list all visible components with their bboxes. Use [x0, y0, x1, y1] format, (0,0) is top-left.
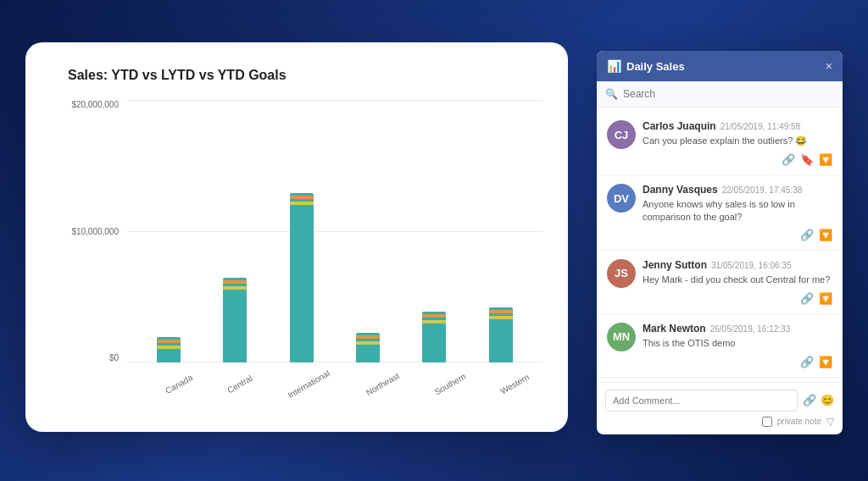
- link-icon[interactable]: 🔗: [800, 356, 814, 368]
- message-content: Carlos Juaquin 21/05/2019, 11:49:58 Can …: [643, 120, 832, 147]
- comment-input[interactable]: [605, 390, 798, 412]
- bar-southern-teal: [422, 312, 446, 362]
- chat-header-left: 📊 Daily Sales: [607, 59, 685, 73]
- comment-icons: 🔗 😊: [803, 394, 834, 406]
- y-axis-labels: $20,000,000 $10,000,000 $0: [68, 100, 127, 396]
- message-top: JS Jenny Sutton 31/05/2019, 16:06:35 Hey…: [607, 259, 832, 288]
- message-author: Carlos Juaquin: [643, 120, 716, 132]
- bar-stack-central: [223, 252, 247, 362]
- message-header: Carlos Juaquin 21/05/2019, 11:49:58: [643, 120, 832, 132]
- chat-footer: 🔗 😊 private note ▽: [597, 382, 843, 434]
- bar-stack-southern: [422, 295, 446, 362]
- x-axis-labels: Canada Central International Northeast S…: [127, 362, 542, 396]
- bars-container: [127, 100, 542, 362]
- message-actions: 🔗 🔽: [607, 292, 832, 305]
- message-header: Mark Newton 26/05/2019, 16:12:33: [643, 323, 832, 334]
- marker-southern-orange: [422, 314, 446, 318]
- marker-western-yellow: [489, 316, 513, 319]
- bar-western-teal: [489, 307, 513, 362]
- chat-header: 📊 Daily Sales ×: [597, 51, 843, 81]
- send-icon[interactable]: 🔗: [803, 394, 816, 406]
- marker-southern-yellow: [422, 320, 446, 323]
- chat-messages: CJ Carlos Juaquin 21/05/2019, 11:49:58 C…: [597, 108, 843, 382]
- funnel-icon[interactable]: 🔽: [819, 229, 832, 241]
- message-actions: 🔗 🔖 🔽: [607, 153, 832, 166]
- y-label-top: $20,000,000: [71, 100, 119, 109]
- message-author: Danny Vasques: [643, 184, 718, 196]
- search-input[interactable]: [623, 88, 834, 100]
- marker-northeast-orange: [356, 335, 380, 339]
- message-text: Can you please explain the outliers? 😂: [643, 135, 832, 147]
- footer-bottom: private note ▽: [605, 416, 834, 428]
- chat-title: Daily Sales: [626, 60, 685, 73]
- funnel-icon[interactable]: 🔽: [819, 292, 832, 305]
- private-note-checkbox[interactable]: [762, 417, 772, 427]
- message-actions: 🔗 🔽: [607, 229, 832, 241]
- marker-northeast-yellow: [356, 341, 380, 345]
- message-time: 22/05/2019, 17:45:38: [722, 185, 803, 195]
- message-author: Mark Newton: [643, 323, 706, 334]
- avatar: JS: [607, 259, 636, 288]
- link-icon[interactable]: 🔗: [800, 292, 814, 305]
- marker-central-yellow: [223, 286, 247, 290]
- marker-international-orange: [290, 196, 314, 199]
- message-actions: 🔗 🔽: [607, 356, 832, 368]
- bar-stack-northeast: [356, 320, 380, 362]
- scene: Sales: YTD vs LYTD vs YTD Goals $20,000,…: [0, 0, 868, 481]
- bookmark-icon[interactable]: 🔖: [800, 153, 814, 166]
- bar-stack-western: [489, 290, 513, 362]
- marker-central-orange: [223, 280, 247, 284]
- message-time: 31/05/2019, 16:06:35: [711, 261, 792, 270]
- bar-group-western: [489, 290, 513, 362]
- x-label-central: Central: [215, 356, 256, 399]
- marker-canada-orange: [157, 340, 181, 343]
- chart-title: Sales: YTD vs LYTD vs YTD Goals: [68, 68, 542, 83]
- message-top: DV Danny Vasques 22/05/2019, 17:45:38 An…: [607, 184, 832, 224]
- avatar: DV: [607, 184, 636, 213]
- chart-area: $20,000,000 $10,000,000 $0: [68, 100, 542, 396]
- close-button[interactable]: ×: [826, 59, 832, 73]
- message-content: Danny Vasques 22/05/2019, 17:45:38 Anyon…: [643, 184, 832, 224]
- message-author: Jenny Sutton: [643, 259, 707, 271]
- message-item: MN Mark Newton 26/05/2019, 16:12:33 This…: [597, 314, 843, 378]
- message-content: Mark Newton 26/05/2019, 16:12:33 This is…: [643, 323, 832, 350]
- chart-inner: Canada Central International Northeast S…: [127, 100, 542, 396]
- bar-chart-icon: 📊: [607, 59, 621, 73]
- funnel-icon[interactable]: 🔽: [819, 356, 832, 368]
- avatar: MN: [607, 323, 636, 351]
- message-header: Jenny Sutton 31/05/2019, 16:06:35: [643, 259, 832, 271]
- bar-group-international: [290, 176, 314, 362]
- y-label-mid: $10,000,000: [71, 227, 119, 236]
- bar-group-southern: [422, 295, 446, 362]
- message-text: Anyone knows why sales is so low in comp…: [643, 198, 832, 224]
- message-text: This is the OTIS demo: [643, 337, 832, 350]
- message-item: CJ Carlos Juaquin 21/05/2019, 11:49:58 C…: [597, 112, 843, 175]
- filter-icon[interactable]: 🔽: [819, 153, 832, 166]
- chart-panel: Sales: YTD vs LYTD vs YTD Goals $20,000,…: [25, 42, 568, 432]
- message-top: CJ Carlos Juaquin 21/05/2019, 11:49:58 C…: [607, 120, 832, 149]
- bar-central-teal: [223, 278, 247, 362]
- comment-input-row: 🔗 😊: [605, 390, 834, 412]
- message-item: JS Jenny Sutton 31/05/2019, 16:06:35 Hey…: [597, 251, 843, 314]
- marker-western-orange: [489, 310, 513, 313]
- link-icon[interactable]: 🔗: [800, 229, 814, 241]
- message-time: 21/05/2019, 11:49:58: [721, 122, 801, 131]
- bar-international-teal: [290, 193, 314, 362]
- marker-canada-yellow: [157, 346, 181, 349]
- message-header: Danny Vasques 22/05/2019, 17:45:38: [643, 184, 832, 196]
- message-time: 26/05/2019, 16:12:33: [710, 324, 791, 334]
- bar-group-central: [223, 252, 247, 362]
- emoji-icon[interactable]: 😊: [821, 394, 834, 406]
- message-text: Hey Mark - did you check out Central for…: [643, 274, 832, 286]
- avatar: CJ: [607, 120, 636, 149]
- bar-group-northeast: [356, 320, 380, 362]
- bar-stack-international: [290, 176, 314, 362]
- share-icon[interactable]: 🔗: [782, 153, 795, 166]
- chat-search-bar[interactable]: 🔍: [597, 81, 843, 108]
- chat-panel: 📊 Daily Sales × 🔍 CJ Carlos Juaquin 21/0…: [597, 51, 843, 434]
- message-content: Jenny Sutton 31/05/2019, 16:06:35 Hey Ma…: [643, 259, 832, 286]
- footer-funnel-icon[interactable]: ▽: [826, 416, 834, 428]
- private-note-label: private note: [777, 417, 821, 426]
- marker-international-yellow: [290, 202, 314, 205]
- y-label-bottom: $0: [109, 353, 119, 362]
